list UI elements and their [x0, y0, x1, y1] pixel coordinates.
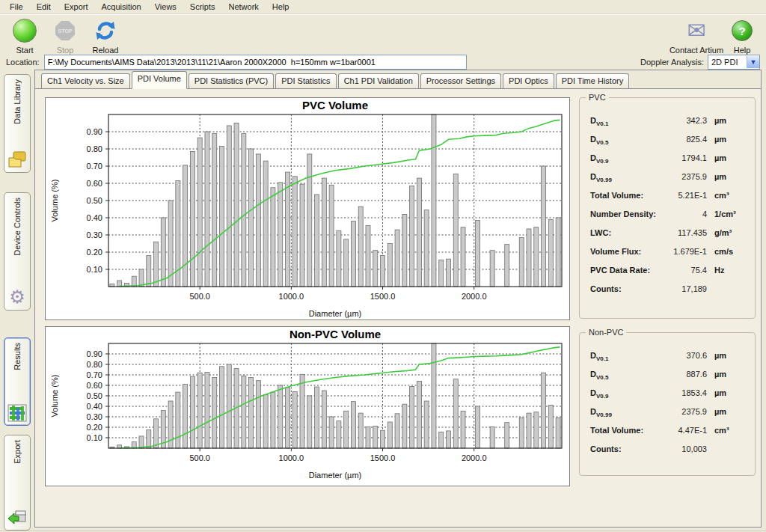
stat-value: 17,189: [658, 284, 707, 293]
results-chart-icon: [7, 400, 27, 422]
menu-edit[interactable]: Edit: [30, 0, 58, 13]
stat-row-pvc-data-rate: PVC Data Rate:75.4Hz: [590, 266, 747, 284]
svg-text:0.80: 0.80: [87, 144, 102, 153]
tab-pdi-optics[interactable]: PDI Optics: [503, 73, 554, 88]
stat-value: 1.679E-1: [658, 247, 707, 256]
doppler-analysis-select[interactable]: 2D PDI ▼: [708, 55, 760, 70]
tab-pdi-statistics[interactable]: PDI Statistics: [275, 73, 336, 88]
pvc-stats-groupbox: PVC DV0.1342.3µmDV0.5825.4µmDV0.91794.1µ…: [579, 97, 756, 319]
stat-unit: µm: [714, 407, 747, 416]
content-panel: Ch1 Velocity vs. SizePDI VolumePDI Stati…: [34, 70, 762, 528]
svg-text:PVC Volume: PVC Volume: [302, 99, 368, 111]
stat-value: 1794.1: [658, 153, 707, 162]
stat-row-volume-flux: Volume Flux:1.679E-1cm/s: [590, 247, 747, 266]
stat-value: 2375.9: [658, 172, 707, 181]
svg-text:0.40: 0.40: [87, 213, 102, 222]
stat-value: 4.47E-1: [658, 426, 707, 435]
svg-text:2000.0: 2000.0: [462, 292, 487, 301]
svg-text:0.60: 0.60: [87, 179, 102, 188]
tab-ch1-pdi-validation[interactable]: Ch1 PDI Validation: [338, 73, 419, 88]
svg-text:0.10: 0.10: [87, 433, 102, 442]
stat-unit: µm: [714, 370, 747, 379]
help-button-label: Help: [734, 46, 751, 55]
stop-icon: STOP: [55, 18, 75, 43]
stat-row-lwc: LWC:117.435g/m³: [590, 228, 747, 247]
menu-help[interactable]: Help: [266, 0, 296, 13]
tab-pdi-time-history[interactable]: PDI Time History: [556, 73, 630, 88]
stat-value: 10,003: [658, 444, 707, 453]
location-input[interactable]: [44, 55, 467, 70]
stat-row-total-volume: Total Volume:4.47E-1cm³: [590, 426, 747, 444]
sidebar-item-results[interactable]: Results: [4, 337, 31, 426]
stats-column: PVC DV0.1342.3µmDV0.5825.4µmDV0.91794.1µ…: [579, 97, 756, 522]
stat-row-number-density: Number Density:41/cm³: [590, 210, 747, 228]
sidebar-item-export[interactable]: Export: [4, 435, 31, 531]
stat-row-dv0-9: DV0.91794.1µm: [590, 153, 747, 172]
sidebar-item-data-library[interactable]: Data Library: [4, 74, 31, 173]
stat-label: PVC Data Rate:: [590, 266, 658, 275]
nonpvc-volume-chart: 0.100.200.300.400.500.600.700.800.90500.…: [45, 326, 570, 486]
folders-icon: [7, 147, 28, 169]
gears-icon: ⚙: [9, 284, 25, 307]
svg-text:1000.0: 1000.0: [279, 292, 304, 301]
svg-text:Diameter (µm): Diameter (µm): [309, 309, 362, 318]
svg-text:0.30: 0.30: [87, 230, 102, 239]
stat-label: Counts:: [590, 444, 658, 453]
menu-acquisition[interactable]: Acquisition: [95, 0, 148, 13]
stat-row-dv0-1: DV0.1370.6µm: [590, 351, 747, 370]
pdi-volume-tabpage: 0.100.200.300.400.500.600.700.800.90500.…: [35, 89, 761, 527]
tab-ch1-velocity-vs-size[interactable]: Ch1 Velocity vs. Size: [41, 73, 130, 88]
help-button[interactable]: ? Help: [726, 16, 759, 55]
svg-text:2000.0: 2000.0: [462, 453, 487, 462]
chevron-down-icon[interactable]: ▼: [747, 56, 759, 68]
menu-file[interactable]: File: [3, 0, 30, 13]
stat-label: DV0.9: [590, 153, 658, 165]
stat-unit: cm/s: [714, 247, 747, 256]
pvc-volume-plot: 0.100.200.300.400.500.600.700.800.90500.…: [46, 98, 568, 318]
tab-bar: Ch1 Velocity vs. SizePDI VolumePDI Stati…: [35, 70, 761, 89]
tab-pdi-statistics-pvc[interactable]: PDI Statistics (PVC): [189, 73, 274, 88]
svg-text:1500.0: 1500.0: [370, 453, 396, 462]
menu-views[interactable]: Views: [148, 0, 183, 13]
stat-label: DV0.5: [590, 135, 658, 146]
stat-unit: µm: [714, 153, 747, 162]
stat-value: 370.6: [658, 351, 707, 360]
menu-scripts[interactable]: Scripts: [183, 0, 222, 13]
menu-export[interactable]: Export: [58, 0, 95, 13]
svg-text:Volume (%): Volume (%): [50, 375, 59, 418]
svg-text:500.0: 500.0: [189, 453, 210, 462]
stat-label: Counts:: [590, 284, 658, 293]
sidebar-item-device-controls[interactable]: Device Controls⚙: [4, 192, 31, 311]
doppler-analysis-group: Doppler Analysis: 2D PDI ▼: [640, 55, 760, 70]
stat-label: DV0.1: [590, 351, 658, 362]
menu-network[interactable]: Network: [221, 0, 265, 13]
doppler-analysis-value: 2D PDI: [708, 58, 747, 67]
main-area: Data LibraryDevice Controls⚙ResultsExpor…: [0, 70, 766, 531]
contact-artium-button[interactable]: ✉ Contact Artium: [667, 16, 726, 55]
stat-unit: µm: [714, 172, 747, 181]
svg-text:0.80: 0.80: [87, 360, 102, 369]
charts-column: 0.100.200.300.400.500.600.700.800.90500.…: [45, 97, 570, 522]
stat-row-dv0-1: DV0.1342.3µm: [590, 116, 747, 135]
stat-label: Number Density:: [590, 210, 658, 218]
stat-row-counts: Counts:10,003: [590, 444, 747, 463]
stat-label: Total Volume:: [590, 426, 658, 435]
start-icon: [13, 18, 37, 43]
stop-button[interactable]: STOP Stop: [45, 16, 85, 55]
stop-button-label: Stop: [57, 46, 74, 55]
stat-unit: µm: [714, 135, 747, 144]
stat-label: Volume Flux:: [590, 247, 658, 256]
stat-label: DV0.1: [590, 116, 658, 127]
stat-label: LWC:: [590, 228, 658, 237]
envelope-icon: ✉: [687, 18, 705, 43]
contact-artium-label: Contact Artium: [670, 46, 723, 55]
stat-value: 2375.9: [658, 407, 707, 416]
tab-processor-settings[interactable]: Processor Settings: [420, 73, 501, 88]
start-button[interactable]: Start: [4, 16, 45, 55]
svg-text:0.60: 0.60: [87, 381, 102, 390]
svg-text:Volume (%): Volume (%): [50, 180, 59, 222]
tab-pdi-volume[interactable]: PDI Volume: [132, 71, 187, 89]
reload-button[interactable]: Reload: [85, 16, 126, 55]
stat-label: Total Volume:: [590, 191, 658, 200]
svg-text:0.30: 0.30: [87, 412, 102, 421]
